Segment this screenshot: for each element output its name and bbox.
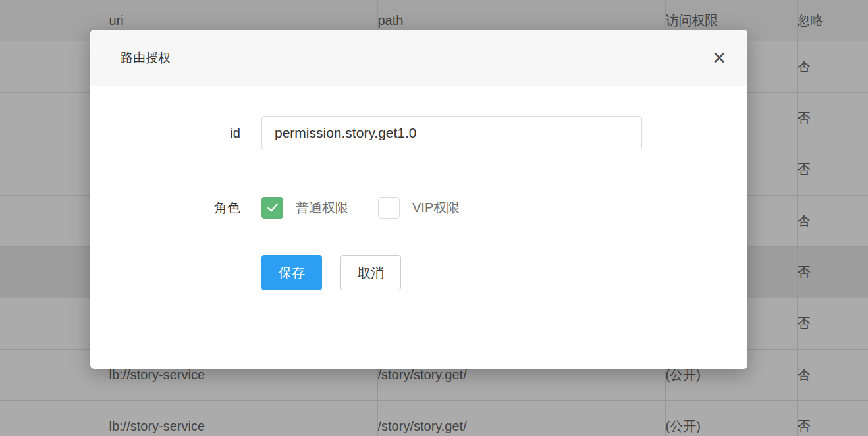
normal-permission-label: 普通权限 (296, 199, 348, 217)
role-field-row: 角色 普通权限 VIP权限 (90, 197, 747, 219)
modal-title: 路由授权 (121, 49, 171, 67)
id-input[interactable] (261, 116, 642, 150)
save-button[interactable]: 保存 (261, 255, 322, 290)
role-field-label: 角色 (90, 199, 240, 217)
modal-body: id 角色 普通权限 VIP (90, 116, 747, 290)
route-auth-modal: 路由授权 ✕ id 角色 普通权限 (90, 30, 747, 369)
vip-permission-label: VIP权限 (412, 199, 460, 217)
check-icon (267, 204, 278, 212)
page: uri path 访问权限 忽略 (公开)否(公开)否(公开)否(公开)否需要授… (0, 0, 868, 436)
role-checkbox-group: 普通权限 VIP权限 (261, 197, 460, 219)
cancel-button[interactable]: 取消 (340, 255, 401, 290)
checkbox-vip-permission[interactable] (378, 197, 400, 219)
close-icon[interactable]: ✕ (712, 49, 726, 67)
modal-header: 路由授权 ✕ (90, 30, 747, 86)
checkbox-normal-permission[interactable] (261, 197, 283, 219)
id-field-row: id (90, 116, 747, 150)
id-field-label: id (90, 126, 240, 141)
modal-actions-row: 保存 取消 (90, 255, 747, 290)
